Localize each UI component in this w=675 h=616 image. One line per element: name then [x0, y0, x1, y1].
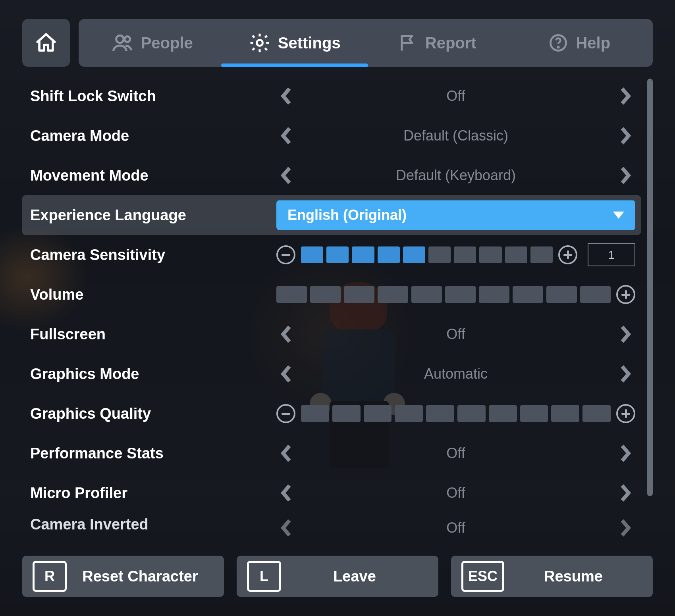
level-segment	[326, 246, 349, 263]
setting-row-volume: Volume	[22, 275, 641, 314]
decrement-button[interactable]	[276, 404, 295, 423]
chooser-value: Off	[296, 485, 615, 501]
setting-label: Camera Inverted	[30, 516, 276, 533]
level-segment	[301, 405, 329, 422]
chevron-left-icon[interactable]	[276, 84, 296, 108]
level-segment	[364, 405, 392, 422]
chevron-left-icon[interactable]	[276, 362, 296, 386]
level-segment	[276, 286, 307, 303]
chevron-right-icon[interactable]	[615, 124, 635, 148]
level-segment	[489, 405, 517, 422]
action-bar: R Reset Character L Leave ESC Resume	[22, 556, 653, 597]
setting-row-micro_prof: Micro ProfilerOff	[22, 473, 641, 513]
action-label: Reset Character	[67, 568, 214, 585]
setting-row-move_mode: Movement ModeDefault (Keyboard)	[22, 156, 641, 195]
svg-point-2	[256, 40, 262, 46]
tab-help[interactable]: Help	[508, 19, 651, 67]
stepper-control: 1	[276, 243, 635, 266]
chooser-value: Off	[296, 445, 615, 462]
chevron-left-icon[interactable]	[276, 164, 296, 187]
language-dropdown[interactable]: English (Original)	[276, 200, 635, 230]
setting-label: Camera Sensitivity	[30, 246, 276, 264]
home-button[interactable]	[22, 19, 70, 67]
level-segment	[479, 246, 501, 263]
chevron-right-icon[interactable]	[615, 164, 635, 187]
game-menu: People Settings Report	[0, 0, 675, 616]
setting-label: Performance Stats	[30, 445, 276, 462]
increment-button[interactable]	[558, 245, 577, 264]
level-segment	[479, 286, 509, 303]
chooser-control: Off	[276, 322, 635, 346]
setting-row-exp_lang: Experience LanguageEnglish (Original)	[22, 195, 641, 235]
level-segment	[457, 405, 486, 422]
chevron-right-icon[interactable]	[615, 362, 635, 386]
level-segment	[582, 405, 611, 422]
level-segment	[395, 405, 423, 422]
setting-label: Camera Mode	[30, 127, 276, 144]
chooser-value: Off	[296, 326, 615, 343]
level-bar[interactable]	[276, 286, 611, 303]
settings-panel: Shift Lock SwitchOffCamera ModeDefault (…	[22, 76, 653, 616]
chevron-left-icon[interactable]	[276, 322, 296, 346]
setting-row-shift_lock: Shift Lock SwitchOff	[22, 76, 641, 116]
stepper-control	[276, 404, 635, 423]
svg-point-4	[558, 47, 559, 48]
setting-label: Graphics Quality	[30, 405, 276, 422]
top-bar: People Settings Report	[22, 19, 653, 67]
svg-point-1	[124, 37, 130, 42]
level-bar[interactable]	[301, 405, 611, 422]
tab-report[interactable]: Report	[366, 19, 508, 67]
reset-character-button[interactable]: R Reset Character	[22, 556, 224, 597]
leave-button[interactable]: L Leave	[237, 556, 438, 597]
level-bar[interactable]	[301, 246, 553, 263]
level-segment	[378, 286, 408, 303]
chooser-value: Automatic	[296, 366, 615, 382]
chooser-control: Off	[276, 84, 635, 108]
tab-settings[interactable]: Settings	[224, 19, 366, 67]
chooser-value: Off	[296, 520, 615, 536]
setting-label: Shift Lock Switch	[30, 88, 276, 105]
dropdown-value: English (Original)	[287, 207, 407, 223]
settings-list: Shift Lock SwitchOffCamera ModeDefault (…	[22, 76, 641, 616]
svg-point-0	[116, 35, 123, 43]
chevron-right-icon[interactable]	[615, 441, 635, 465]
level-segment	[352, 246, 374, 263]
setting-label: Micro Profiler	[30, 485, 276, 502]
level-segment	[310, 286, 341, 303]
setting-label: Graphics Mode	[30, 366, 276, 383]
action-label: Resume	[504, 568, 642, 585]
resume-button[interactable]: ESC Resume	[451, 556, 653, 597]
keycap-l: L	[247, 561, 281, 592]
increment-button[interactable]	[616, 404, 635, 423]
chooser-control: Off	[276, 441, 635, 465]
chevron-left-icon[interactable]	[276, 516, 296, 540]
chevron-right-icon[interactable]	[615, 481, 635, 505]
chevron-right-icon[interactable]	[615, 322, 635, 346]
setting-row-perf_stats: Performance StatsOff	[22, 433, 641, 473]
value-input[interactable]: 1	[588, 243, 635, 266]
chooser-control: Off	[276, 481, 635, 505]
tab-people[interactable]: People	[81, 19, 224, 67]
level-segment	[403, 246, 425, 263]
chooser-value: Off	[296, 88, 615, 104]
decrement-button[interactable]	[276, 245, 295, 264]
level-segment	[332, 405, 361, 422]
scrollbar-thumb[interactable]	[647, 79, 653, 496]
level-segment	[551, 405, 579, 422]
setting-row-cam_sens: Camera Sensitivity1	[22, 235, 641, 275]
chooser-control: Default (Keyboard)	[276, 164, 635, 187]
gear-icon	[249, 32, 271, 54]
chevron-left-icon[interactable]	[276, 481, 296, 505]
setting-row-camera_mode: Camera ModeDefault (Classic)	[22, 116, 641, 156]
stepper-control	[276, 285, 635, 304]
level-segment	[520, 405, 548, 422]
chevron-right-icon[interactable]	[615, 84, 635, 108]
level-segment	[426, 405, 454, 422]
tab-label: Settings	[278, 34, 341, 52]
setting-label: Fullscreen	[30, 326, 276, 343]
increment-button[interactable]	[616, 285, 635, 304]
chevron-left-icon[interactable]	[276, 124, 296, 148]
chevron-right-icon[interactable]	[615, 516, 635, 540]
setting-row-cam_inv: Camera InvertedOff	[22, 513, 641, 541]
chevron-left-icon[interactable]	[276, 441, 296, 465]
